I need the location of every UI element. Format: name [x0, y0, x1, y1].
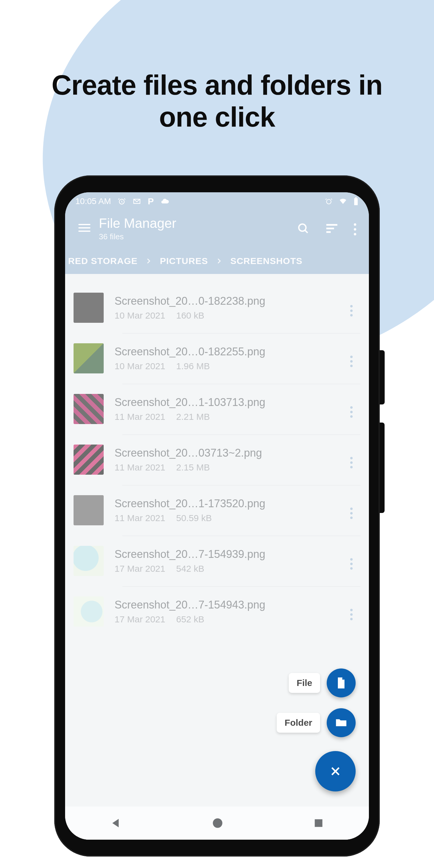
svg-rect-9 — [315, 819, 322, 827]
more-vert-icon — [350, 507, 352, 519]
more-vert-icon — [354, 223, 356, 236]
pandora-icon: P — [148, 196, 154, 207]
app-title: File Manager — [99, 216, 297, 231]
file-more-button[interactable] — [342, 552, 361, 569]
file-name: Screenshot_20…1-103713.png — [115, 396, 342, 409]
file-size: 652 kB — [176, 614, 204, 624]
wifi-icon — [338, 197, 348, 205]
nav-recent-button[interactable] — [313, 817, 324, 829]
file-thumbnail — [73, 495, 104, 525]
close-icon — [330, 765, 341, 777]
file-size: 542 kB — [176, 564, 204, 574]
file-name: Screenshot_20…7-154943.png — [115, 598, 342, 611]
file-thumbnail — [73, 546, 104, 576]
status-bar: 10:05 AM P — [65, 192, 369, 210]
svg-point-1 — [327, 199, 331, 204]
file-date: 17 Mar 2021 — [115, 564, 165, 574]
nav-back-button[interactable] — [110, 817, 122, 830]
file-name: Screenshot_20…1-173520.png — [115, 497, 342, 510]
file-row[interactable]: Screenshot_20…0-182238.png10 Mar 2021160… — [65, 282, 369, 333]
fab-new-file-button[interactable] — [327, 669, 355, 698]
svg-point-8 — [213, 818, 222, 828]
svg-rect-7 — [327, 231, 331, 233]
promo-headline: Create files and folders in one click — [0, 0, 434, 133]
gmail-icon — [133, 197, 141, 206]
search-button[interactable] — [297, 222, 310, 235]
file-thumbnail — [73, 596, 104, 627]
phone-side-button — [380, 350, 384, 404]
file-name: Screenshot_20…03713~2.png — [115, 447, 342, 459]
file-date: 10 Mar 2021 — [115, 361, 165, 371]
file-row[interactable]: Screenshot_20…1-103713.png11 Mar 20212.2… — [65, 384, 369, 434]
phone-frame: 10:05 AM P — [54, 176, 380, 857]
file-name: Screenshot_20…0-182238.png — [115, 295, 342, 307]
file-row[interactable]: Screenshot_20…7-154939.png17 Mar 2021542… — [65, 535, 369, 586]
file-row[interactable]: Screenshot_20…03713~2.png11 Mar 20212.15… — [65, 434, 369, 485]
file-name: Screenshot_20…7-154939.png — [115, 548, 342, 561]
cloud-icon — [160, 197, 169, 206]
file-date: 10 Mar 2021 — [115, 310, 165, 321]
fab-new-folder-button[interactable] — [327, 708, 355, 737]
more-vert-icon — [350, 305, 352, 316]
file-size: 160 kB — [176, 310, 204, 321]
file-row[interactable]: Screenshot_20…1-173520.png11 Mar 202150.… — [65, 485, 369, 535]
file-date: 17 Mar 2021 — [115, 614, 165, 624]
file-more-button[interactable] — [342, 451, 361, 468]
triangle-back-icon — [110, 817, 122, 830]
chevron-right-icon — [145, 258, 152, 264]
svg-rect-5 — [327, 224, 338, 226]
file-size: 1.96 MB — [176, 361, 210, 371]
file-more-button[interactable] — [342, 400, 361, 418]
breadcrumb: RED STORAGE PICTURES SCREENSHOTS — [65, 249, 369, 274]
svg-rect-2 — [354, 198, 358, 205]
file-size: 50.59 kB — [176, 513, 212, 523]
file-more-button[interactable] — [342, 501, 361, 519]
breadcrumb-item[interactable]: PICTURES — [160, 256, 208, 266]
alarm-icon — [118, 197, 126, 206]
overflow-button[interactable] — [354, 221, 356, 236]
fab-menu: File Folder — [277, 669, 355, 792]
svg-rect-3 — [355, 197, 357, 198]
fab-close-button[interactable] — [315, 751, 355, 792]
file-count: 36 files — [99, 232, 297, 241]
svg-rect-6 — [327, 227, 334, 229]
breadcrumb-item[interactable]: RED STORAGE — [68, 256, 137, 266]
file-name: Screenshot_20…0-182255.png — [115, 345, 342, 358]
circle-home-icon — [211, 817, 224, 830]
sort-button[interactable] — [325, 222, 339, 235]
nav-home-button[interactable] — [211, 817, 224, 830]
square-recent-icon — [313, 817, 324, 829]
chevron-right-icon — [216, 258, 222, 264]
phone-screen: 10:05 AM P — [65, 192, 369, 840]
file-date: 11 Mar 2021 — [115, 513, 165, 523]
file-row[interactable]: Screenshot_20…0-182255.png10 Mar 20211.9… — [65, 333, 369, 384]
alarm-icon — [325, 197, 333, 205]
app-bar: File Manager 36 files — [65, 210, 369, 249]
file-more-button[interactable] — [342, 602, 361, 620]
more-vert-icon — [350, 558, 352, 569]
file-list[interactable]: Screenshot_20…0-182238.png10 Mar 2021160… — [65, 274, 369, 637]
fab-file-label: File — [289, 673, 320, 693]
battery-icon — [353, 197, 359, 206]
more-vert-icon — [350, 457, 352, 468]
phone-side-button — [380, 423, 384, 513]
menu-button[interactable] — [73, 222, 95, 235]
file-date: 11 Mar 2021 — [115, 412, 165, 422]
status-time: 10:05 AM — [75, 196, 111, 206]
more-vert-icon — [350, 355, 352, 367]
file-row[interactable]: Screenshot_20…7-154943.png17 Mar 2021652… — [65, 586, 369, 637]
breadcrumb-item[interactable]: SCREENSHOTS — [230, 256, 302, 266]
file-thumbnail — [73, 444, 104, 475]
file-size: 2.15 MB — [176, 462, 210, 472]
file-icon — [335, 676, 348, 689]
folder-icon — [334, 716, 348, 730]
file-more-button[interactable] — [342, 299, 361, 316]
file-thumbnail — [73, 343, 104, 373]
file-more-button[interactable] — [342, 349, 361, 367]
more-vert-icon — [350, 609, 352, 620]
file-thumbnail — [73, 293, 104, 323]
android-nav-bar — [65, 807, 369, 840]
file-date: 11 Mar 2021 — [115, 462, 165, 472]
file-size: 2.21 MB — [176, 412, 210, 422]
search-icon — [297, 222, 310, 235]
